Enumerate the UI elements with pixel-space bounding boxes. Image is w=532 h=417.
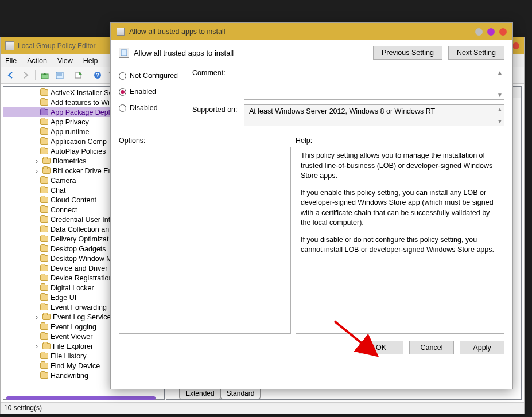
folder-icon bbox=[40, 245, 48, 252]
tree-item-label: Desktop Window M bbox=[51, 255, 112, 263]
help-icon[interactable]: ? bbox=[91, 69, 104, 81]
help-paragraph: If you disable or do not configure this … bbox=[301, 235, 499, 255]
close-dot[interactable] bbox=[512, 42, 519, 49]
properties-icon[interactable] bbox=[53, 69, 67, 81]
help-paragraph: If you enable this policy setting, you c… bbox=[301, 188, 499, 228]
svg-text:?: ? bbox=[96, 72, 99, 79]
tree-item-label: App Privacy bbox=[51, 118, 89, 126]
radio-disabled[interactable] bbox=[119, 104, 126, 112]
status-bar: 10 setting(s) bbox=[1, 402, 524, 414]
folder-icon bbox=[40, 216, 48, 223]
help-pane: This policy setting allows you to manage… bbox=[296, 147, 504, 334]
options-pane bbox=[119, 147, 291, 334]
tree-item-label: Event Viewer bbox=[51, 333, 92, 341]
up-folder-icon[interactable] bbox=[38, 69, 52, 81]
supported-label: Supported on: bbox=[192, 104, 238, 114]
apply-button[interactable]: Apply bbox=[460, 341, 504, 354]
forward-icon bbox=[19, 69, 33, 81]
cancel-button[interactable]: Cancel bbox=[409, 341, 454, 354]
tree-item-label: Desktop Gadgets bbox=[51, 245, 106, 253]
tree-item-label: Device Registration bbox=[51, 274, 112, 282]
tree-item-label: BitLocker Drive Enc bbox=[53, 167, 116, 175]
setting-icon bbox=[119, 48, 129, 58]
folder-icon bbox=[40, 197, 48, 203]
help-paragraph: This policy setting allows you to manage… bbox=[301, 151, 499, 181]
previous-setting-button[interactable]: Previous Setting bbox=[373, 46, 442, 60]
folder-icon bbox=[40, 177, 48, 184]
folder-icon bbox=[40, 363, 48, 369]
dialog-close-dot[interactable] bbox=[499, 28, 507, 36]
supported-textbox: At least Windows Server 2012, Windows 8 … bbox=[244, 104, 504, 126]
radio-not-configured[interactable] bbox=[119, 72, 126, 80]
folder-icon bbox=[40, 304, 48, 310]
expand-icon[interactable]: › bbox=[33, 314, 40, 321]
tree-item-label: Add features to Wi bbox=[51, 99, 110, 107]
tab-standard[interactable]: Standard bbox=[220, 389, 261, 399]
folder-icon bbox=[40, 265, 48, 271]
radio-enabled[interactable] bbox=[119, 88, 126, 96]
scroll-down-icon[interactable]: ▼ bbox=[497, 92, 503, 98]
expand-icon[interactable]: › bbox=[33, 343, 40, 350]
supported-text: At least Windows Server 2012, Windows 8 … bbox=[244, 105, 504, 118]
svg-rect-0 bbox=[41, 74, 48, 79]
folder-icon bbox=[40, 236, 48, 242]
tree-horizontal-scrollbar[interactable] bbox=[6, 396, 156, 400]
menu-help[interactable]: Help bbox=[83, 57, 98, 65]
folder-icon bbox=[40, 99, 48, 106]
next-setting-button[interactable]: Next Setting bbox=[448, 46, 504, 60]
policy-setting-dialog: Allow all trusted apps to install Allow … bbox=[110, 22, 513, 389]
folder-icon bbox=[40, 89, 48, 96]
ok-button[interactable]: OK bbox=[359, 341, 403, 354]
app-icon bbox=[5, 41, 14, 50]
back-icon[interactable] bbox=[4, 69, 18, 81]
dialog-titlebar[interactable]: Allow all trusted apps to install bbox=[111, 23, 512, 40]
folder-icon bbox=[40, 285, 48, 291]
scroll-up-icon[interactable]: ▲ bbox=[497, 69, 503, 76]
folder-icon bbox=[40, 187, 48, 193]
expand-icon[interactable]: › bbox=[33, 158, 40, 165]
dialog-minimize-dot[interactable] bbox=[475, 28, 483, 36]
tree-item-label: Digital Locker bbox=[51, 284, 94, 292]
details-tabs: Extended Standard bbox=[179, 389, 260, 399]
folder-icon bbox=[40, 109, 48, 115]
comment-textbox[interactable]: ▲ ▼ bbox=[244, 68, 504, 100]
svg-rect-7 bbox=[121, 50, 127, 56]
folder-icon bbox=[42, 167, 51, 174]
folder-icon bbox=[40, 148, 48, 154]
tree-item-label: File Explorer bbox=[53, 342, 93, 350]
tree-item-label: Event Logging bbox=[51, 323, 96, 331]
folder-icon bbox=[42, 343, 51, 349]
folder-icon bbox=[40, 333, 48, 340]
tab-extended[interactable]: Extended bbox=[179, 389, 221, 399]
menu-view[interactable]: View bbox=[57, 57, 73, 65]
export-icon[interactable] bbox=[72, 69, 86, 81]
tree-item-label: Chat bbox=[51, 186, 65, 194]
dialog-title: Allow all trusted apps to install bbox=[129, 28, 225, 36]
menu-file[interactable]: File bbox=[5, 57, 17, 65]
tree-item-label: Event Log Service bbox=[53, 313, 111, 321]
scroll-up-icon[interactable]: ▲ bbox=[497, 106, 503, 112]
tree-item-label: AutoPlay Policies bbox=[51, 147, 106, 155]
folder-icon bbox=[40, 226, 48, 232]
folder-icon bbox=[40, 353, 48, 359]
tree-item-label: Find My Device bbox=[51, 362, 100, 370]
radio-label-disabled: Disabled bbox=[130, 104, 158, 112]
state-radio-group: Not Configured Enabled Disabled bbox=[119, 68, 187, 126]
folder-icon bbox=[40, 119, 48, 125]
menu-action[interactable]: Action bbox=[27, 57, 47, 65]
expand-icon[interactable]: › bbox=[33, 167, 40, 174]
comment-label: Comment: bbox=[192, 68, 238, 77]
folder-icon bbox=[40, 255, 48, 262]
folder-icon bbox=[40, 275, 48, 281]
tree-item-label: Event Forwarding bbox=[51, 303, 107, 311]
tree-item-label: Camera bbox=[51, 177, 76, 185]
folder-icon bbox=[40, 138, 48, 145]
scroll-down-icon[interactable]: ▼ bbox=[497, 118, 503, 124]
folder-icon bbox=[42, 158, 51, 164]
dialog-heading: Allow all trusted apps to install bbox=[134, 49, 234, 57]
folder-icon bbox=[42, 314, 51, 320]
dialog-maximize-dot[interactable] bbox=[487, 28, 495, 36]
help-label: Help: bbox=[296, 137, 312, 145]
tree-item-label: Credential User Int bbox=[51, 216, 110, 224]
folder-icon bbox=[40, 372, 48, 379]
